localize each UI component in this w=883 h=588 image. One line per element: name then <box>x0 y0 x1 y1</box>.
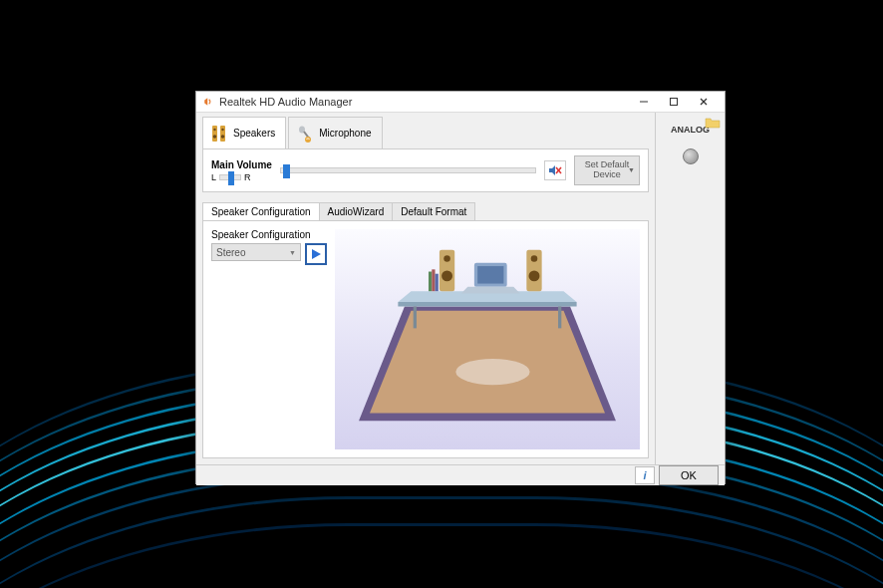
speaker-config-value: Stereo <box>216 247 245 258</box>
svg-point-6 <box>213 128 215 130</box>
svg-point-30 <box>529 270 540 281</box>
speaker-mute-icon <box>547 163 563 177</box>
tab-microphone-label: Microphone <box>319 128 371 139</box>
bottom-bar: i OK <box>196 464 725 485</box>
svg-point-26 <box>443 255 450 262</box>
analog-jack[interactable] <box>683 148 699 164</box>
svg-point-9 <box>221 135 225 139</box>
svg-rect-1 <box>671 99 678 106</box>
side-panel: ANALOG <box>655 113 725 464</box>
speakers-icon <box>209 124 229 144</box>
tab-speakers-label: Speakers <box>233 128 275 139</box>
room-diagram <box>335 229 640 449</box>
main-volume-label: Main Volume <box>211 159 272 170</box>
app-window: Realtek HD Audio Manager <box>195 91 726 484</box>
balance-left-label: L <box>211 172 216 182</box>
device-tabs: Speakers Microphone <box>202 117 649 148</box>
play-icon <box>310 248 322 260</box>
info-button[interactable]: i <box>635 466 655 484</box>
test-play-button[interactable] <box>305 243 327 265</box>
minimize-button[interactable] <box>629 92 659 112</box>
svg-point-7 <box>221 128 223 130</box>
chevron-down-icon: ▼ <box>628 166 635 174</box>
tab-speakers[interactable]: Speakers <box>202 117 286 148</box>
svg-rect-20 <box>414 306 417 328</box>
volume-panel: Main Volume L R <box>202 148 649 192</box>
chevron-down-icon: ▼ <box>289 249 296 256</box>
subtabs: Speaker Configuration AudioWizard Defaul… <box>202 202 649 220</box>
svg-marker-19 <box>398 302 576 306</box>
balance-thumb[interactable] <box>228 171 234 185</box>
window-title: Realtek HD Audio Manager <box>219 96 629 108</box>
ok-button[interactable]: OK <box>659 465 719 485</box>
svg-point-29 <box>531 255 538 262</box>
svg-marker-24 <box>461 287 520 294</box>
speaker-config-label: Speaker Configuration <box>211 229 327 240</box>
microphone-icon <box>295 124 315 144</box>
svg-point-27 <box>442 270 452 281</box>
subtab-default-format[interactable]: Default Format <box>392 202 475 220</box>
mute-button[interactable] <box>544 160 566 180</box>
folder-icon[interactable] <box>705 117 721 129</box>
svg-point-8 <box>213 135 217 139</box>
titlebar[interactable]: Realtek HD Audio Manager <box>196 92 725 113</box>
set-default-device-button[interactable]: Set Default Device ▼ <box>574 155 640 185</box>
svg-point-17 <box>455 359 529 385</box>
speaker-config-select[interactable]: Stereo ▼ <box>211 243 301 261</box>
svg-rect-33 <box>436 274 439 291</box>
svg-rect-31 <box>429 272 432 292</box>
subtab-audiowizard[interactable]: AudioWizard <box>319 202 394 220</box>
volume-slider[interactable] <box>280 167 536 173</box>
tab-microphone[interactable]: Microphone <box>288 117 382 148</box>
app-icon <box>202 96 214 108</box>
svg-rect-32 <box>432 269 435 291</box>
maximize-button[interactable] <box>659 92 689 112</box>
svg-rect-23 <box>477 266 503 283</box>
close-button[interactable] <box>689 92 719 112</box>
svg-rect-4 <box>212 126 217 142</box>
speaker-config-panel: Speaker Configuration Stereo ▼ <box>202 220 649 458</box>
volume-thumb[interactable] <box>283 164 290 178</box>
svg-rect-21 <box>558 306 561 328</box>
balance-right-label: R <box>244 172 251 182</box>
balance-slider[interactable] <box>219 174 241 180</box>
subtab-speaker-configuration[interactable]: Speaker Configuration <box>202 202 320 220</box>
svg-rect-5 <box>220 126 225 142</box>
